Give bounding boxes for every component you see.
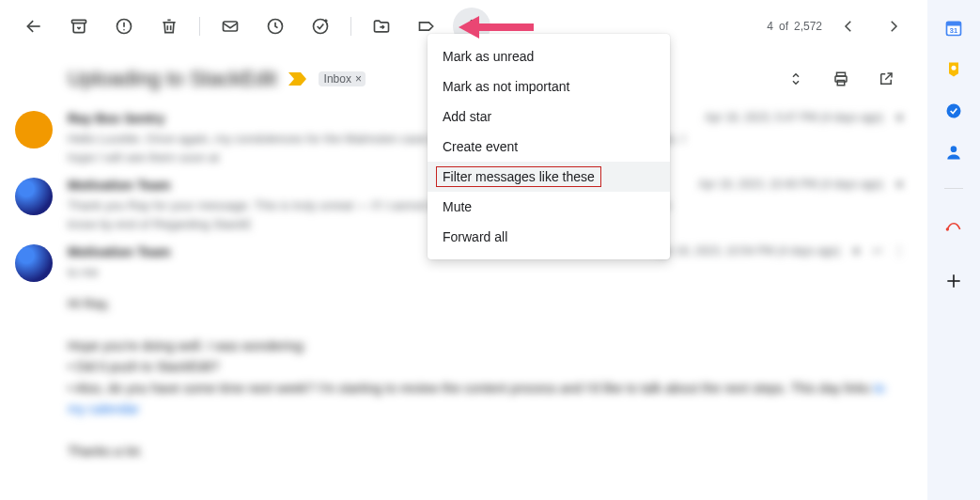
svg-point-11	[471, 20, 474, 23]
toolbar-separator	[350, 17, 351, 36]
svg-rect-6	[224, 22, 238, 31]
side-panel: 31	[927, 0, 980, 500]
menu-add-star[interactable]: Add star	[428, 102, 670, 132]
inbox-label-remove[interactable]: ×	[355, 72, 362, 86]
inbox-label-chip[interactable]: Inbox ×	[319, 71, 366, 86]
print-button[interactable]	[822, 60, 860, 98]
message-expanded: Motivation Team to me Apr 18, 2023, 10:5…	[0, 239, 927, 467]
move-to-button[interactable]	[363, 8, 400, 45]
pager-info: 4 of 2,572	[767, 20, 822, 33]
pager-current: 4	[767, 20, 773, 33]
calendar-app-icon[interactable]: 31	[944, 19, 963, 38]
svg-rect-0	[72, 20, 86, 23]
older-button[interactable]	[875, 8, 912, 45]
main-content: 4 of 2,572 Mark as unread Mark as not im…	[0, 0, 927, 500]
svg-point-20	[952, 66, 957, 70]
toolbar-separator	[199, 17, 200, 36]
menu-create-event[interactable]: Create event	[428, 132, 670, 162]
menu-forward-all[interactable]: Forward all	[428, 222, 670, 252]
menu-filter-like-these[interactable]: Filter messages like these	[428, 162, 670, 192]
svg-point-23	[946, 227, 949, 230]
get-addons-button[interactable]	[944, 272, 963, 290]
contacts-app-icon[interactable]	[944, 143, 963, 162]
message-date: Apr 18, 2023, 10:54 PM (4 days ago)	[655, 244, 840, 258]
menu-mark-unread[interactable]: Mark as unread	[428, 41, 670, 71]
svg-point-22	[951, 146, 957, 152]
email-subject: Uploading to StackEdit	[68, 67, 277, 91]
expand-all-button[interactable]	[777, 60, 815, 98]
pager-of: of	[779, 20, 788, 33]
message-date: Apr 18, 2023, 10:40 PM (4 days ago)	[698, 178, 883, 191]
addon-icon[interactable]	[944, 215, 963, 234]
recipient-line: to me	[68, 263, 640, 282]
archive-button[interactable]	[60, 8, 98, 45]
reply-icon[interactable]: ↩	[873, 244, 882, 258]
delete-button[interactable]	[150, 8, 188, 45]
message-more-icon[interactable]: ⋮	[894, 244, 905, 258]
star-icon[interactable]: ★	[851, 244, 862, 258]
message-body: Hi Ray, Hope you're doing well. I was wo…	[68, 293, 905, 461]
important-marker[interactable]	[288, 72, 307, 86]
snooze-button[interactable]	[257, 8, 294, 45]
avatar	[15, 244, 53, 282]
star-icon[interactable]: ★	[894, 111, 905, 124]
svg-point-12	[471, 25, 474, 28]
svg-point-3	[123, 29, 125, 31]
svg-point-13	[471, 30, 474, 33]
menu-mute[interactable]: Mute	[428, 192, 670, 222]
inbox-label-text: Inbox	[324, 72, 351, 86]
avatar	[15, 111, 53, 148]
open-new-window-button[interactable]	[867, 60, 905, 98]
tasks-app-icon[interactable]	[944, 102, 963, 120]
back-button[interactable]	[15, 8, 53, 45]
keep-app-icon[interactable]	[944, 60, 963, 79]
more-dropdown: Mark as unread Mark as not important Add…	[428, 34, 670, 259]
add-to-tasks-button[interactable]	[302, 8, 339, 45]
avatar	[15, 178, 53, 215]
svg-text:31: 31	[950, 26, 957, 35]
report-spam-button[interactable]	[105, 8, 143, 45]
sidepanel-divider	[944, 188, 963, 189]
svg-rect-18	[947, 22, 961, 25]
star-icon[interactable]: ★	[894, 178, 905, 191]
message-date: Apr 18, 2023, 5:47 PM (4 days ago)	[705, 111, 883, 124]
menu-mark-not-important[interactable]: Mark as not important	[428, 71, 670, 102]
svg-point-21	[947, 104, 961, 118]
mark-unread-button[interactable]	[211, 8, 249, 45]
newer-button[interactable]	[830, 8, 867, 45]
pager-total: 2,572	[794, 20, 822, 33]
